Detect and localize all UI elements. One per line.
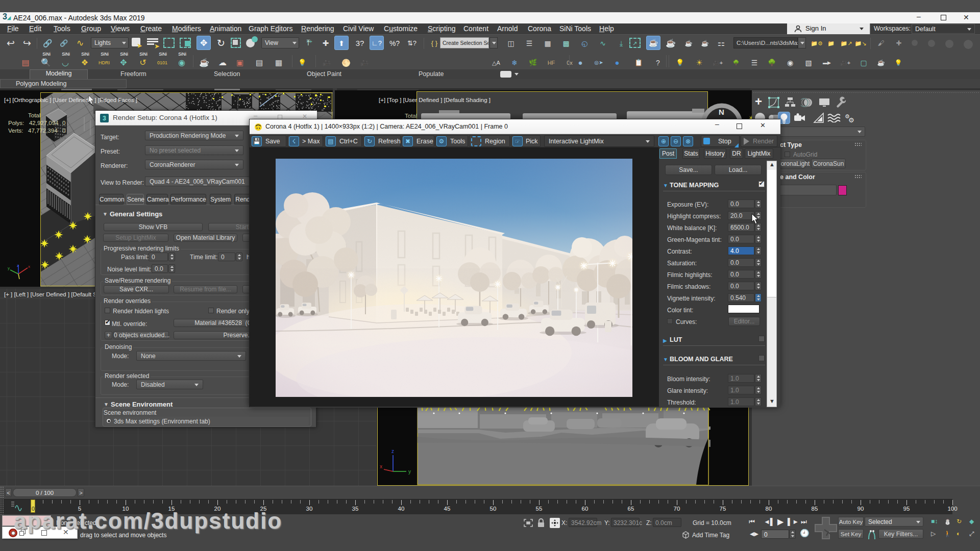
svg-text:N: N — [719, 108, 724, 116]
svg-text:z: z — [17, 263, 19, 268]
svg-text:⚙: ⚙ — [848, 116, 854, 123]
svg-text:x: x — [380, 464, 382, 469]
svg-text:x: x — [28, 264, 30, 269]
svg-text:y: y — [8, 266, 10, 270]
svg-text:3: 3 — [103, 115, 106, 122]
svg-text:y: y — [408, 469, 411, 474]
svg-text:z: z — [391, 448, 394, 454]
